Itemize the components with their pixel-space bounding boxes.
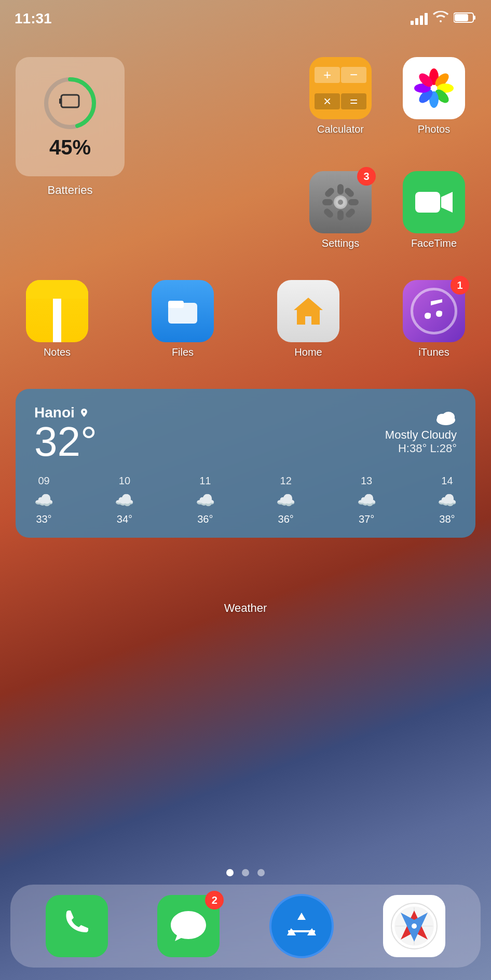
app-row-1: + − × = Calculator bbox=[299, 57, 475, 135]
svg-point-41 bbox=[412, 923, 417, 929]
weather-cloud-large-icon bbox=[435, 409, 457, 426]
facetime-icon bbox=[403, 171, 465, 233]
svg-rect-29 bbox=[168, 301, 184, 308]
notes-label: Notes bbox=[44, 346, 71, 358]
phone-icon bbox=[46, 895, 108, 957]
app-row-3: Notes Files Home bbox=[16, 280, 475, 358]
svg-rect-18 bbox=[324, 201, 331, 204]
appstore-icon bbox=[269, 894, 334, 958]
svg-marker-30 bbox=[294, 298, 323, 325]
batteries-label: Batteries bbox=[48, 184, 93, 197]
settings-badge: 3 bbox=[357, 167, 376, 186]
svg-rect-16 bbox=[339, 186, 342, 193]
files-icon bbox=[152, 280, 214, 342]
weather-hour-12: 12 ☁️ 36° bbox=[276, 475, 295, 525]
weather-hour-13: 13 ☁️ 37° bbox=[357, 475, 376, 525]
svg-rect-1 bbox=[473, 16, 475, 20]
itunes-badge: 1 bbox=[451, 276, 469, 295]
calculator-icon: + − × = bbox=[309, 57, 372, 119]
svg-rect-20 bbox=[326, 189, 333, 196]
svg-rect-21 bbox=[347, 209, 354, 217]
battery-phone-icon bbox=[62, 90, 78, 116]
messages-badge: 2 bbox=[205, 891, 224, 909]
home-app[interactable]: Home bbox=[267, 280, 350, 358]
svg-rect-23 bbox=[325, 209, 332, 217]
appstore-dock-item[interactable] bbox=[269, 894, 334, 958]
batteries-widget[interactable]: 45% Batteries bbox=[16, 57, 125, 176]
svg-marker-27 bbox=[441, 192, 453, 213]
svg-rect-5 bbox=[61, 95, 79, 107]
weather-hour-10: 10 ☁️ 34° bbox=[115, 475, 134, 525]
phone-dock-item[interactable] bbox=[46, 895, 108, 957]
weather-condition: Mostly Cloudy bbox=[385, 428, 457, 442]
page-dot-1 bbox=[226, 869, 234, 876]
calculator-app[interactable]: + − × = Calculator bbox=[299, 57, 382, 135]
status-time: 11:31 bbox=[15, 10, 52, 27]
status-bar: 11:31 bbox=[0, 0, 491, 31]
dock: 2 bbox=[10, 885, 481, 968]
weather-hl: H:38° L:28° bbox=[385, 442, 457, 455]
cloud-icon-10: ☁️ bbox=[115, 491, 134, 509]
svg-rect-17 bbox=[339, 212, 342, 219]
svg-rect-26 bbox=[415, 192, 440, 213]
svg-rect-19 bbox=[350, 201, 357, 204]
photos-label: Photos bbox=[418, 123, 450, 135]
facetime-app[interactable]: FaceTime bbox=[392, 171, 475, 249]
notes-icon bbox=[26, 280, 88, 342]
weather-temperature: 32° bbox=[34, 421, 97, 463]
svg-point-25 bbox=[338, 200, 343, 205]
svg-rect-22 bbox=[346, 189, 353, 196]
page-dots bbox=[0, 869, 491, 876]
cloud-icon-09: ☁️ bbox=[34, 491, 53, 509]
weather-hour-14: 14 ☁️ 38° bbox=[438, 475, 457, 525]
svg-rect-6 bbox=[59, 99, 61, 104]
messages-dock-item[interactable]: 2 bbox=[157, 895, 220, 957]
cloud-icon-13: ☁️ bbox=[357, 491, 376, 509]
page-dot-2 bbox=[242, 869, 249, 876]
svg-point-33 bbox=[442, 412, 455, 422]
home-icon bbox=[277, 280, 339, 342]
weather-hourly-forecast: 09 ☁️ 33° 10 ☁️ 34° 11 ☁️ 36° 12 ☁️ 36° … bbox=[34, 475, 457, 525]
page-dot-3 bbox=[257, 869, 265, 876]
files-label: Files bbox=[172, 346, 194, 358]
svg-rect-2 bbox=[455, 14, 468, 21]
cloud-icon-12: ☁️ bbox=[276, 491, 295, 509]
safari-dock-item[interactable] bbox=[383, 895, 445, 957]
notes-app[interactable]: Notes bbox=[16, 280, 99, 358]
cloud-icon-14: ☁️ bbox=[438, 491, 457, 509]
cloud-icon-11: ☁️ bbox=[196, 491, 215, 509]
wifi-icon bbox=[433, 10, 448, 27]
weather-hour-11: 11 ☁️ 36° bbox=[196, 475, 215, 525]
files-app[interactable]: Files bbox=[141, 280, 224, 358]
calculator-label: Calculator bbox=[317, 123, 364, 135]
settings-app[interactable]: 3 Settings bbox=[299, 171, 382, 249]
weather-widget-label: Weather bbox=[0, 601, 491, 615]
itunes-label: iTunes bbox=[418, 346, 449, 358]
safari-icon bbox=[383, 895, 445, 957]
app-row-2: 3 Settings FaceTime bbox=[299, 171, 475, 249]
home-label: Home bbox=[294, 346, 322, 358]
weather-hour-09: 09 ☁️ 33° bbox=[34, 475, 53, 525]
facetime-label: FaceTime bbox=[411, 237, 457, 249]
settings-label: Settings bbox=[322, 237, 359, 249]
signal-bars-icon bbox=[411, 13, 428, 25]
weather-widget[interactable]: Hanoi 32° Mostly Cloudy H:38° L:28° 09 ☁… bbox=[16, 389, 475, 538]
photos-icon bbox=[403, 57, 465, 119]
location-icon bbox=[79, 408, 89, 418]
itunes-app[interactable]: 1 iTunes bbox=[392, 280, 475, 358]
battery-circle bbox=[42, 75, 99, 132]
battery-status-icon bbox=[454, 10, 476, 27]
photos-app[interactable]: Photos bbox=[392, 57, 475, 135]
battery-percent: 45% bbox=[49, 136, 91, 159]
